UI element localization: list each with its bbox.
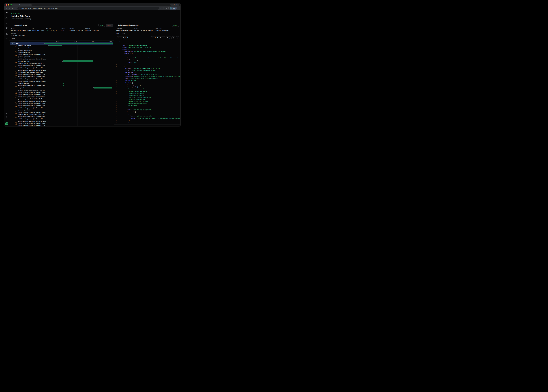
duration-tick[interactable] [94, 91, 94, 93]
duration-tick[interactable] [63, 67, 64, 69]
duration-tick[interactable] [63, 69, 64, 71]
site-info-icon[interactable]: ⓘ [19, 7, 20, 9]
trace-row[interactable]: ›_ publish:user:insights:user_2VH6zowmhZ… [10, 102, 113, 105]
trace-row-run[interactable]: 39⌄ Run [10, 42, 113, 45]
extensions-icon[interactable] [163, 7, 165, 9]
function-badge[interactable]: ✦Insights SQL Agent [46, 30, 60, 32]
duration-tick[interactable] [94, 105, 94, 106]
terminal-list-icon[interactable] [6, 37, 8, 39]
trace-row[interactable]: ›_ generate-text-part-id-105bf925-5722-4… [10, 113, 113, 116]
duration-tick[interactable] [63, 65, 64, 66]
trace-row[interactable]: ›_ generate-agent-ids-1 [10, 82, 113, 84]
window-controls[interactable] [6, 4, 12, 6]
trace-row[interactable]: ›_ generate-agent-ids-2 [10, 109, 113, 111]
duration-tick[interactable] [113, 123, 113, 124]
duration-tick[interactable] [94, 107, 94, 109]
duration-tick[interactable] [94, 103, 94, 104]
trace-scrollbar-thumb[interactable] [113, 79, 113, 82]
trace-row[interactable]: ›_ publish:user:insights:user_2VH6zowmhZ… [10, 124, 113, 126]
trace-row[interactable]: ›_ publish:user:insights:user_2VH6zowmhZ… [10, 64, 113, 67]
menu-dots-icon[interactable]: ⋮ [178, 7, 179, 9]
app-link[interactable]: insights-agent-client [32, 30, 46, 31]
dev-mode-button[interactable]: </> [5, 122, 8, 125]
help-icon[interactable] [6, 116, 7, 118]
trace-row[interactable]: ›_ generate-tool-part-id-58d1b116-c53c-4… [10, 89, 113, 91]
maximize-window-button[interactable] [10, 4, 12, 6]
url-text[interactable]: localhost:8288/run?runID=01KHRMF677RJPPH… [21, 7, 58, 9]
duration-tick[interactable] [63, 74, 64, 75]
duration-tick[interactable] [94, 100, 94, 102]
home-icon[interactable]: ⌂ [14, 7, 16, 9]
duration-tick[interactable] [94, 109, 94, 111]
send-to-dev-server-button[interactable]: Send to Dev Server [151, 36, 165, 39]
apps-icon[interactable] [6, 33, 8, 35]
browser-tab[interactable]: Inngest Server ✕ [12, 4, 32, 6]
duration-bar[interactable] [49, 45, 62, 47]
trace-row[interactable]: ›_ publish:user:insights:user_2VH6zowmhZ… [10, 100, 113, 102]
inngest-logo-icon[interactable] [5, 11, 8, 14]
trace-row[interactable]: ›_ publish:user:insights:user_2VH6zowmhZ… [10, 78, 113, 80]
trace-row[interactable]: ∿ Insights Query Writer [10, 60, 113, 62]
duration-tick[interactable] [113, 118, 113, 120]
tab-output[interactable]: Output [121, 33, 125, 35]
duration-tick[interactable] [94, 112, 94, 113]
trace-row[interactable]: ›_ publish:user:insights:user_2VH6zowmhZ… [10, 76, 113, 78]
duration-tick[interactable] [49, 52, 49, 53]
trace-row[interactable]: ›_ generate-network-id [10, 51, 113, 53]
duration-tick[interactable] [94, 89, 94, 91]
tab-trace[interactable]: Trace [11, 38, 15, 40]
trace-row[interactable]: ›_ generate-agent-ids-0 [10, 56, 113, 58]
trace-row[interactable]: ›_ publish:user:insights:user_2VH6zowmhZ… [10, 93, 113, 96]
profile-button[interactable]: Work [170, 7, 177, 10]
function-payload-pill[interactable]: Function Payload [116, 36, 129, 39]
reload-icon[interactable]: ⟳ [11, 7, 13, 9]
trace-row[interactable]: ›_ publish:user:insights:user_2VH6zowmhZ… [10, 120, 113, 122]
share-icon[interactable] [6, 112, 7, 114]
trace-row[interactable]: ›_ publish:user:insights:user_2VH6zowmhZ… [10, 111, 113, 113]
duration-tick[interactable] [49, 54, 49, 55]
duration-tick[interactable] [94, 96, 94, 98]
trace-row[interactable]: ∿ Insights Event Matcher [10, 45, 113, 47]
trace-row[interactable]: ›_ publish:user:insights:user_2VH6zowmhZ… [10, 116, 113, 118]
duration-tick[interactable] [113, 116, 113, 117]
duration-tick[interactable] [49, 49, 49, 51]
trace-row[interactable]: ›_ generate-output-part-id-58d1b116-c53c… [10, 98, 113, 100]
duration-tick[interactable] [49, 47, 49, 49]
duration-tick[interactable] [63, 78, 64, 80]
bookmark-star-icon[interactable]: ☆ [160, 7, 162, 9]
payload-code[interactable]: 1 [ 2 { 3 "id": "01KHRMF63Y7AHK7EKFQGN8R… [114, 40, 180, 125]
duration-tick[interactable] [63, 85, 64, 86]
duration-tick[interactable] [63, 76, 64, 77]
duration-tick[interactable] [113, 114, 113, 115]
close-tab-icon[interactable]: ✕ [29, 4, 31, 6]
duration-tick[interactable] [63, 80, 64, 82]
cancel-button[interactable]: Cancel [106, 24, 113, 27]
child-count-badge[interactable]: 39⌄ [11, 42, 15, 44]
close-window-button[interactable] [6, 4, 7, 6]
trace-row[interactable]: ›_ publish:user:insights:user_2VH6zowmhZ… [10, 67, 113, 69]
duration-tick[interactable] [94, 94, 94, 95]
trace-row[interactable]: ›_ generate-thread-id [10, 47, 113, 49]
rerun-button[interactable]: Rerun [98, 24, 105, 27]
trace-row[interactable]: ›_ publish:user:insights:user_2VH6zowmhZ… [10, 80, 113, 82]
new-tab-button[interactable]: + [33, 4, 34, 6]
forward-icon[interactable]: → [8, 7, 10, 9]
trace-row[interactable]: ›_ publish:user:insights:user_2VH6zowmhZ… [10, 122, 113, 125]
trace-row[interactable]: ›_ publish:user:insights:user_2VH6zowmhZ… [10, 118, 113, 120]
duration-bar[interactable] [94, 87, 112, 89]
duration-tick[interactable] [113, 125, 113, 126]
duration-tick[interactable] [49, 58, 49, 60]
duration-tick[interactable] [63, 72, 64, 73]
trace-row[interactable]: ›_ publish:user:insights:user_2VH6zowmhZ… [10, 107, 113, 109]
copy-button[interactable]: Copy [166, 36, 171, 39]
word-wrap-icon[interactable] [172, 36, 175, 39]
trace-row[interactable]: ›_ publish:user:insights:user_2VH6zowmhZ… [10, 84, 113, 87]
runs-icon[interactable] [6, 23, 8, 25]
minimize-window-button[interactable] [8, 4, 9, 6]
trace-row[interactable]: ∿ Insights Summarizer [10, 87, 113, 89]
trace-row[interactable]: ›_ generate-target-channel [10, 49, 113, 51]
duration-tick[interactable] [94, 98, 94, 100]
trace-row[interactable]: ›_ publish:user:insights:user_2VH6zowmhZ… [10, 73, 113, 76]
event-search-icon[interactable] [6, 27, 8, 29]
trace-row[interactable]: ›_ publish:user:insights:user_2VH6zowmhZ… [10, 58, 113, 60]
